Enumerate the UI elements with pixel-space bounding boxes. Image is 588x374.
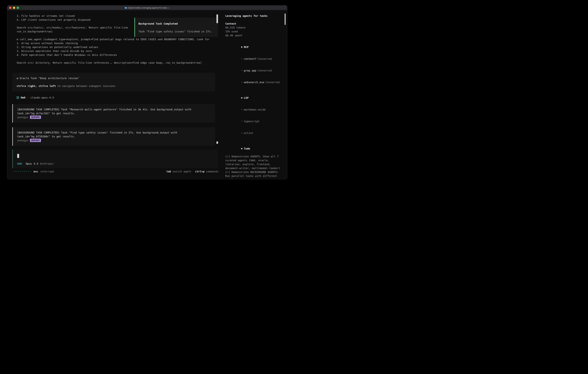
sidebar-content: Leveraging agents for tasks Context 66,5… (222, 10, 287, 179)
oracle-task-title: ◉Oracle Task "Deep architecture review" (17, 76, 215, 80)
opencode-window: [OpenCode] Leveraging agents for tasks ◐… (7, 5, 287, 179)
bullet-icon: • (241, 69, 242, 72)
mcp-item: •grep_appConnected (225, 65, 284, 76)
window-titlebar[interactable]: [OpenCode] Leveraging agents for tasks ◐ (7, 6, 287, 10)
window-title: [OpenCode] Leveraging agents for tasks (128, 7, 167, 9)
queued-badge: QUEUED (30, 139, 41, 142)
folder-icon (125, 7, 127, 9)
message-meta: yeongyu QUEUED (17, 138, 215, 142)
agent-name: OmO (21, 96, 25, 100)
agent-square-dot (18, 97, 18, 98)
chat-scrollbar-thumb[interactable] (216, 14, 218, 23)
mcp-name: context7 (244, 57, 256, 60)
ctrlp-key-label: ctrl+p (195, 169, 204, 173)
lsp-name: typescript (244, 120, 259, 123)
message-text-line2: task_id="bg_dcfac161" to get results. (17, 111, 215, 115)
mcp-item: •websearch_exaConnected (225, 76, 284, 88)
bullet-icon: • (241, 57, 242, 60)
chat-scrollbar-bottom-marker[interactable] (216, 141, 218, 144)
context-spent: $0.46 spent (225, 33, 284, 37)
chevron-down-icon: ▼ (241, 96, 242, 99)
tab-key-label: tab (166, 169, 171, 173)
spinner-dots-icon: ········· (13, 169, 32, 173)
bullet-icon: • (241, 120, 242, 123)
session-title: Leveraging agents for tasks (225, 14, 284, 18)
lsp-item: •typescript (225, 115, 284, 127)
mcp-status: Connected (258, 69, 272, 72)
todo-item: [✓] Demonstrate BACKGROUND AGENTS: Run p… (225, 170, 284, 179)
lsp-item: •markdown-oxide (225, 104, 284, 115)
message-text-line1: [BACKGROUND TASK COMPLETED] Task "Resear… (17, 107, 215, 111)
input-provider-name: Anthropic (40, 162, 54, 166)
status-bar: ········· esc interrupt tab switch agent… (13, 169, 219, 173)
mcp-name: websearch_exa (244, 81, 264, 84)
message-text-line2: task_id="bg_6f59260c" to get results. (17, 135, 215, 138)
statusbar-left: ········· esc interrupt (13, 169, 54, 173)
bullet-icon: • (241, 132, 242, 135)
appearance-moon-icon: ◐ (168, 7, 169, 9)
esc-key-label: esc (33, 169, 38, 173)
toast-title: Background Task Completed (138, 22, 218, 26)
context-used: 33% used (225, 30, 284, 33)
mcp-heading: MCP (244, 46, 249, 49)
input-model-name: Opus 4.5 (26, 162, 38, 166)
mcp-status: Connected (258, 57, 272, 60)
text-cursor (17, 154, 19, 158)
message-user: yeongyu (17, 138, 28, 142)
oracle-hint-keys: ctrl+x right, ctrl+x left (17, 84, 56, 87)
prompt-input[interactable]: OmO Opus 4.5 Anthropic (12, 150, 218, 168)
mcp-section-header[interactable]: ▼MCP (225, 41, 284, 53)
chevron-down-icon: ▼ (241, 46, 242, 49)
session-sidebar: Leveraging agents for tasks Context 66,5… (222, 10, 287, 179)
oracle-nav-hint: ctrl+x right, ctrl+x left to navigate be… (17, 84, 215, 88)
oracle-bullet-icon: ◉ (17, 77, 18, 80)
input-agent-name: OmO (17, 162, 22, 166)
ctrlp-hint: commands (206, 169, 219, 173)
todo-section-header[interactable]: ▼Todo (225, 143, 284, 155)
mcp-item: •context7Connected (225, 53, 284, 65)
background-task-toast: Background Task Completed Task "Find typ… (134, 18, 218, 37)
lsp-item: •eslint (225, 127, 284, 139)
app-content: 3. File handles or streams not closed 4.… (7, 10, 287, 179)
agent-model: claude-opus-4-5 (30, 96, 54, 100)
message-meta: yeongyu QUEUED (17, 115, 215, 119)
statusbar-right: tab switch agent ctrl+p commands (166, 169, 219, 173)
queued-badge: QUEUED (30, 115, 41, 119)
oracle-task-card: ◉Oracle Task "Deep architecture review" … (12, 73, 215, 91)
bullet-icon: • (241, 108, 242, 111)
mcp-name: grep_app (244, 69, 256, 72)
context-tokens: 66,518 tokens (225, 26, 284, 30)
bullet-icon: • (241, 81, 242, 84)
tab-hint: switch agent (172, 169, 191, 173)
toast-body: Task "Find type safety issues" finished … (138, 30, 218, 33)
lsp-name: eslint (244, 132, 253, 135)
chevron-down-icon: ▼ (241, 147, 242, 150)
lsp-name: markdown-oxide (244, 108, 266, 111)
context-heading: Context (225, 22, 284, 26)
sidebar-scrollbar-thumb[interactable] (284, 13, 286, 25)
agent-header: OmO · claude-opus-4-5 (17, 96, 54, 100)
oracle-title-text: Oracle Task "Deep architecture review" (20, 77, 79, 80)
todo-item: [✓] Demonstrate AGENTS: Show all 7 curat… (225, 155, 284, 170)
lsp-section-header[interactable]: ▼LSP (225, 92, 284, 104)
message-card: [BACKGROUND TASK COMPLETED] Task "Find t… (12, 127, 215, 146)
window-title-area: [OpenCode] Leveraging agents for tasks ◐ (7, 6, 287, 10)
agent-square-icon (17, 96, 19, 99)
message-user: yeongyu (17, 115, 28, 119)
message-text-line1: [BACKGROUND TASK COMPLETED] Task "Find t… (17, 131, 215, 135)
oracle-hint-text: to navigate between subagent sessions (56, 84, 116, 87)
esc-hint: interrupt (40, 169, 54, 173)
message-card: [BACKGROUND TASK COMPLETED] Task "Resear… (12, 104, 215, 123)
lsp-heading: LSP (244, 96, 249, 99)
chat-pane[interactable]: 3. File handles or streams not closed 4.… (7, 10, 222, 179)
mcp-status: Connected (265, 81, 280, 84)
todo-heading: Todo (244, 147, 250, 150)
input-status-line: OmO Opus 4.5 Anthropic (17, 162, 54, 166)
agent-separator: · (27, 96, 29, 100)
